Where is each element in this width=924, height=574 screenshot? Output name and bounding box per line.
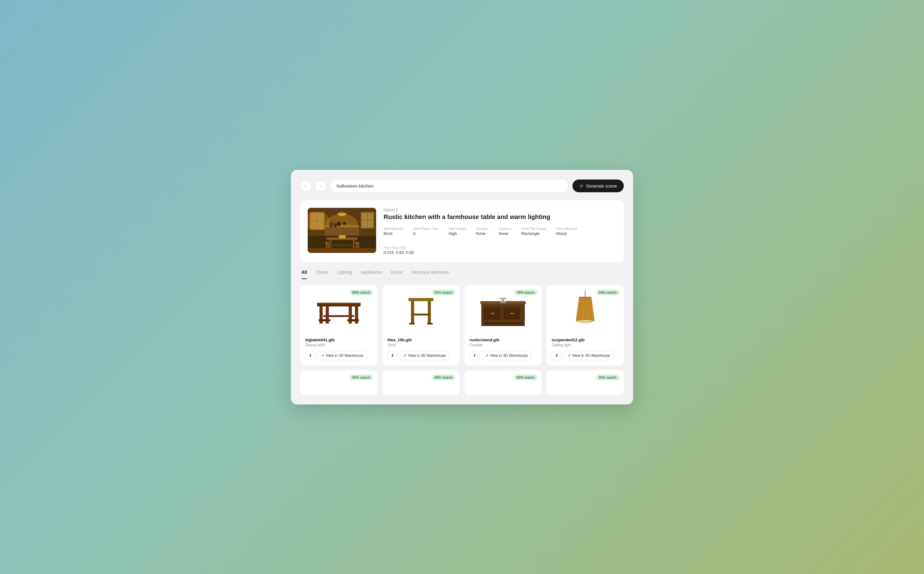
- view-warehouse-button[interactable]: ↗ View in 3D Warehouse: [482, 351, 531, 360]
- view-warehouse-label: View in 3D Warehouse: [490, 353, 528, 358]
- svg-rect-16: [330, 222, 333, 227]
- svg-rect-53: [510, 313, 514, 314]
- back-icon: ←: [304, 184, 308, 189]
- svg-point-32: [343, 222, 346, 225]
- svg-rect-23: [326, 243, 327, 248]
- search-input[interactable]: [330, 179, 569, 193]
- product-name: filea_16b.glb: [387, 337, 454, 342]
- product-image-area: [305, 290, 372, 334]
- svg-rect-37: [319, 319, 330, 322]
- product-image-area: [552, 290, 619, 334]
- tab-appliances[interactable]: Appliances: [361, 270, 382, 279]
- view-warehouse-label: View in 3D Warehouse: [408, 353, 446, 358]
- product-card: 64% match suspended12.glb Ceiling light …: [547, 285, 624, 365]
- prop-item: Wall Height High: [449, 227, 466, 236]
- match-badge-row2: 80% match: [514, 375, 537, 380]
- svg-rect-54: [484, 322, 523, 325]
- tab-chairs[interactable]: Chairs: [316, 270, 328, 279]
- prop-label: Wall Height: [449, 227, 466, 230]
- download-button[interactable]: ⬇: [552, 351, 561, 360]
- download-button[interactable]: ⬇: [305, 351, 315, 360]
- product-name: bigtable041.glb: [305, 337, 372, 342]
- product-grid: 84% match bigtable041.glb Dining table ⬇…: [300, 285, 624, 365]
- tabs: AllChairsLightingAppliancesDecorStructur…: [300, 270, 624, 279]
- prop-label: Floor Tile Shape: [521, 227, 546, 230]
- view-icon: ↗: [321, 353, 324, 358]
- svg-rect-47: [427, 323, 433, 325]
- prop-item: Floor Material Wood: [556, 227, 577, 236]
- svg-rect-21: [331, 244, 351, 246]
- svg-rect-52: [490, 313, 494, 314]
- prop-item: Curtains None: [499, 227, 511, 236]
- prop-value: 0.016, 0.82, 0.58: [383, 250, 414, 255]
- match-badge: 78% match: [514, 290, 537, 295]
- tab-lighting[interactable]: Lighting: [337, 270, 352, 279]
- prop-item: Wall Material Brick: [383, 227, 403, 236]
- svg-rect-19: [330, 240, 331, 249]
- prop-label: Floor Rug HSV: [383, 246, 414, 249]
- view-icon: ↗: [485, 353, 489, 358]
- product-card: 91% match filea_16b.glb Stool ⬇ ↗ View i…: [382, 285, 459, 365]
- header: ← → ⊹ Generate scene: [300, 179, 624, 193]
- svg-rect-17: [334, 223, 337, 227]
- download-button[interactable]: ⬇: [387, 351, 397, 360]
- prop-value: None: [499, 231, 511, 236]
- match-badge: 64% match: [596, 290, 620, 295]
- svg-rect-24: [328, 243, 329, 248]
- prop-value: 0: [413, 231, 439, 236]
- prop-value: Wood: [556, 231, 577, 236]
- generate-label: Generate scene: [586, 184, 617, 189]
- option-image: [308, 208, 376, 253]
- svg-rect-41: [323, 315, 354, 317]
- prop-label: Floor Material: [556, 227, 577, 230]
- generate-icon: ⊹: [579, 183, 583, 189]
- tab-decor[interactable]: Decor: [391, 270, 402, 279]
- svg-rect-57: [500, 298, 506, 299]
- prop-value: Rectangle: [521, 231, 546, 236]
- svg-rect-43: [411, 301, 414, 325]
- product-actions: ⬇ ↗ View in 3D Warehouse: [470, 351, 537, 360]
- svg-rect-27: [358, 243, 359, 248]
- option-card: Option 1 Rustic kitchen with a farmhouse…: [300, 200, 624, 262]
- product-type: Dining table: [305, 343, 372, 347]
- tab-structural-elements[interactable]: Structural elements: [411, 270, 449, 279]
- match-badge: 91% match: [432, 290, 455, 295]
- prop-label: Wall Material: [383, 227, 403, 230]
- option-details: Option 1 Rustic kitchen with a farmhouse…: [383, 208, 616, 255]
- view-warehouse-button[interactable]: ↗ View in 3D Warehouse: [400, 351, 449, 360]
- svg-rect-46: [409, 323, 415, 325]
- option-props: Wall Material Brick Wall Plaster Hue 0 W…: [383, 227, 616, 255]
- svg-rect-42: [408, 298, 434, 301]
- product-card: 78% match rusticisland.glb Counter ⬇ ↗ V…: [465, 285, 542, 365]
- product-card-row2: 93% match: [300, 370, 377, 395]
- view-warehouse-button[interactable]: ↗ View in 3D Warehouse: [564, 351, 613, 360]
- prop-label: Curtains: [499, 227, 511, 230]
- tab-all[interactable]: All: [301, 270, 307, 279]
- svg-rect-20: [353, 240, 355, 249]
- product-type: Stool: [387, 343, 454, 347]
- svg-rect-22: [325, 242, 329, 243]
- match-badge: 84% match: [350, 290, 373, 295]
- svg-rect-40: [347, 319, 359, 322]
- product-actions: ⬇ ↗ View in 3D Warehouse: [305, 351, 372, 360]
- product-card-row2: 94% match: [547, 370, 624, 395]
- view-warehouse-button[interactable]: ↗ View in 3D Warehouse: [318, 351, 367, 360]
- option-title: Rustic kitchen with a farmhouse table an…: [383, 213, 616, 221]
- main-container: ← → ⊹ Generate scene: [291, 170, 633, 404]
- prop-label: Shutters: [476, 227, 489, 230]
- view-icon: ↗: [568, 353, 571, 358]
- forward-button[interactable]: →: [315, 180, 326, 192]
- back-button[interactable]: ←: [300, 180, 311, 192]
- product-name: suspended12.glb: [552, 337, 619, 342]
- svg-rect-44: [428, 301, 431, 325]
- download-button[interactable]: ⬇: [470, 351, 479, 360]
- product-type: Ceiling light: [552, 343, 619, 347]
- option-label: Option 1: [383, 208, 616, 212]
- product-actions: ⬇ ↗ View in 3D Warehouse: [387, 351, 454, 360]
- svg-rect-25: [355, 242, 359, 243]
- product-image-area: [470, 290, 537, 334]
- generate-scene-button[interactable]: ⊹ Generate scene: [572, 180, 624, 192]
- view-icon: ↗: [403, 353, 406, 358]
- prop-item: Wall Plaster Hue 0: [413, 227, 439, 236]
- view-warehouse-label: View in 3D Warehouse: [326, 353, 363, 358]
